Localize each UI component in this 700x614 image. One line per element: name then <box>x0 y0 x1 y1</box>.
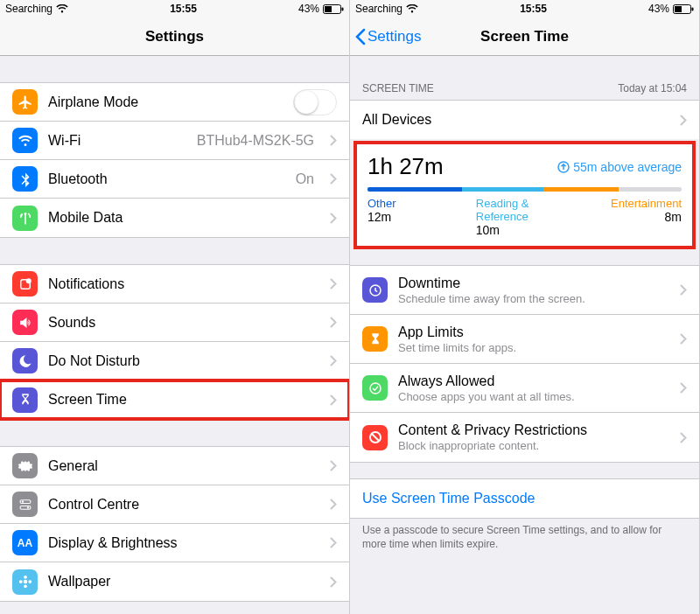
cat-other: Other 12m <box>368 197 476 237</box>
back-label: Settings <box>368 28 421 45</box>
back-button[interactable]: Settings <box>355 28 421 45</box>
row-screen-time[interactable]: Screen Time <box>0 380 349 419</box>
chevron-right-icon <box>330 537 337 548</box>
chevron-right-icon <box>680 432 687 443</box>
group-header-left: SCREEN TIME <box>362 82 434 94</box>
chevron-right-icon <box>330 213 337 224</box>
switches-icon <box>12 492 38 517</box>
passcode-group: Use Screen Time Passcode Use a passcode … <box>350 478 699 551</box>
status-time: 15:55 <box>170 3 197 15</box>
arrow-up-icon <box>557 161 570 173</box>
hourglass-icon <box>362 326 388 352</box>
row-detail: BTHub4-MS2K-5G <box>197 133 314 149</box>
settings-group-connectivity: Airplane Mode Wi-Fi BTHub4-MS2K-5G Bluet… <box>0 82 349 238</box>
settings-group-device: General Control Centre AA Display & Brig… <box>0 446 349 602</box>
airplane-icon <box>12 89 38 115</box>
nav-bar: Settings Screen Time <box>350 17 699 56</box>
bar-seg-other <box>368 187 462 192</box>
option-title: Content & Privacy Restrictions <box>398 422 669 438</box>
svg-rect-15 <box>675 6 682 12</box>
row-label: Wi-Fi <box>48 133 186 149</box>
status-bar: Searching 15:55 43% <box>0 0 349 17</box>
chevron-right-icon <box>680 382 687 394</box>
row-label: Wallpaper <box>48 574 319 590</box>
chevron-right-icon <box>330 576 337 588</box>
status-bar: Searching 15:55 43% <box>350 0 699 17</box>
chevron-right-icon <box>330 173 337 185</box>
carrier-text: Searching <box>5 3 52 15</box>
row-always-allowed[interactable]: Always Allowed Choose apps you want at a… <box>350 364 699 413</box>
svg-point-19 <box>370 383 381 394</box>
row-label: Do Not Disturb <box>48 353 319 369</box>
flower-icon <box>12 569 38 595</box>
chevron-right-icon <box>680 284 687 296</box>
screentime-summary-group: SCREEN TIME Today at 15:04 All Devices 1… <box>350 82 699 249</box>
usage-stats-box[interactable]: 1h 27m 55m above average Other <box>354 141 696 249</box>
settings-scroll[interactable]: Airplane Mode Wi-Fi BTHub4-MS2K-5G Bluet… <box>0 56 349 614</box>
row-airplane-mode[interactable]: Airplane Mode <box>0 83 349 122</box>
row-wallpaper[interactable]: Wallpaper <box>0 562 349 601</box>
status-time: 15:55 <box>520 3 547 15</box>
row-label: Screen Time <box>48 392 319 408</box>
row-content-privacy[interactable]: Content & Privacy Restrictions Block ina… <box>350 413 699 462</box>
option-sub: Schedule time away from the screen. <box>398 292 669 305</box>
row-do-not-disturb[interactable]: Do Not Disturb <box>0 342 349 380</box>
chevron-right-icon <box>680 333 687 345</box>
svg-point-10 <box>24 576 27 579</box>
wifi-icon <box>56 4 68 13</box>
row-bluetooth[interactable]: Bluetooth On <box>0 160 349 199</box>
row-label: Notifications <box>48 276 319 292</box>
settings-pane: Searching 15:55 43% Settings Airplane M <box>0 0 350 614</box>
row-wifi[interactable]: Wi-Fi BTHub4-MS2K-5G <box>0 122 349 160</box>
chevron-right-icon <box>330 317 337 328</box>
screentime-scroll[interactable]: SCREEN TIME Today at 15:04 All Devices 1… <box>350 56 699 614</box>
row-app-limits[interactable]: App Limits Set time limits for apps. <box>350 315 699 364</box>
group-header-right: Today at 15:04 <box>618 82 687 94</box>
svg-point-12 <box>18 580 22 583</box>
row-general[interactable]: General <box>0 447 349 485</box>
screentime-options-group: Downtime Schedule time away from the scr… <box>350 265 699 463</box>
svg-point-8 <box>26 506 28 508</box>
row-use-passcode[interactable]: Use Screen Time Passcode <box>350 479 699 518</box>
chevron-right-icon <box>330 355 337 366</box>
row-display-brightness[interactable]: AA Display & Brightness <box>0 524 349 562</box>
moon-icon <box>12 348 38 373</box>
svg-rect-1 <box>325 6 332 12</box>
option-sub: Set time limits for apps. <box>398 341 669 354</box>
bar-seg-entertainment <box>543 187 619 192</box>
svg-rect-16 <box>692 7 694 10</box>
row-label: Display & Brightness <box>48 535 319 551</box>
row-downtime[interactable]: Downtime Schedule time away from the scr… <box>350 266 699 315</box>
airplane-switch[interactable] <box>293 89 337 115</box>
row-label: Control Centre <box>48 497 319 513</box>
chevron-right-icon <box>330 499 337 510</box>
passcode-footer: Use a passcode to secure Screen Time set… <box>350 519 699 551</box>
wifi-icon <box>406 4 418 13</box>
row-label: All Devices <box>362 112 669 128</box>
chevron-right-icon <box>330 394 337 406</box>
svg-point-9 <box>23 580 27 584</box>
check-icon <box>362 375 388 401</box>
row-label: General <box>48 458 319 474</box>
row-sounds[interactable]: Sounds <box>0 304 349 342</box>
row-detail: On <box>296 171 314 187</box>
passcode-link: Use Screen Time Passcode <box>362 491 687 506</box>
battery-icon <box>323 4 344 14</box>
bell-icon <box>12 271 38 297</box>
chevron-right-icon <box>330 278 337 290</box>
svg-rect-7 <box>20 506 31 509</box>
page-title: Settings <box>145 28 204 45</box>
carrier-text: Searching <box>355 3 402 15</box>
row-notifications[interactable]: Notifications <box>0 265 349 304</box>
row-all-devices[interactable]: All Devices <box>350 101 699 139</box>
no-circle-icon <box>362 425 388 450</box>
usage-bar <box>368 187 682 192</box>
row-mobile-data[interactable]: Mobile Data <box>0 199 349 237</box>
hourglass-icon <box>12 387 38 413</box>
svg-rect-5 <box>20 499 31 503</box>
chevron-right-icon <box>330 460 337 471</box>
svg-rect-2 <box>342 7 344 10</box>
row-control-centre[interactable]: Control Centre <box>0 485 349 524</box>
antenna-icon <box>12 206 38 231</box>
nav-bar: Settings <box>0 17 349 56</box>
